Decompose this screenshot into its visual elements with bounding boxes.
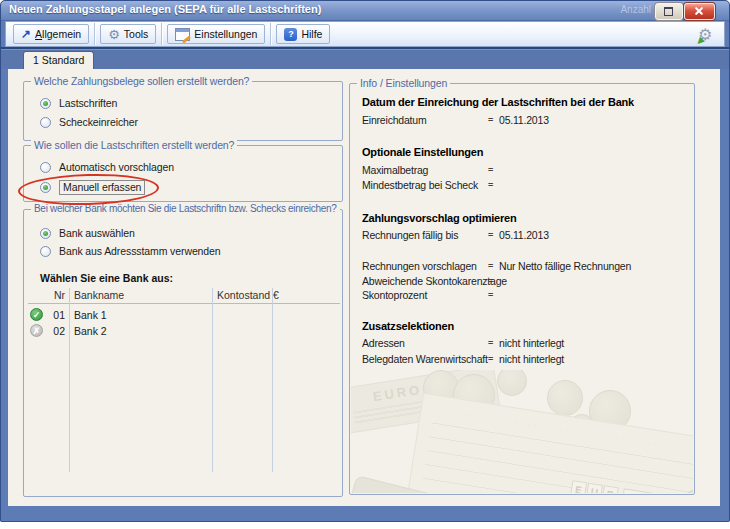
execute-gear-icon[interactable] bbox=[696, 25, 716, 45]
help-icon bbox=[284, 28, 297, 41]
bank-table-caption: Wählen Sie eine Bank aus: bbox=[40, 272, 173, 284]
info-panel-legend: Info / Einstellungen bbox=[357, 77, 450, 89]
setting-row-faellig-bis: Rechnungen fällig bis = 05.11.2013 bbox=[362, 229, 686, 243]
bank-table: Nr Bankname Kontostand € 01 Bank 1 02 Ba… bbox=[28, 288, 340, 472]
bank-name: Bank 2 bbox=[74, 325, 107, 337]
pen-watermark bbox=[570, 487, 693, 493]
equals-sign: = bbox=[488, 290, 493, 300]
setting-label: Abweichende Skontokarenztage bbox=[362, 275, 507, 287]
radio-label: Bank aus Adressstamm verwenden bbox=[59, 245, 221, 257]
amount-box bbox=[621, 488, 693, 493]
settings-window-icon bbox=[175, 28, 190, 41]
radio-manuell-erfassen[interactable]: Manuell erfassen bbox=[40, 180, 145, 194]
content-panel: Welche Zahlungsbelege sollen erstellt we… bbox=[8, 69, 720, 506]
banknote-watermark: EURO bbox=[351, 370, 501, 434]
section-heading-einreichung: Datum der Einreichung der Lastschriften … bbox=[362, 96, 634, 108]
setting-row-mindestbetrag: Mindestbetrag bei Scheck = bbox=[362, 179, 686, 193]
radio-automatisch-vorschlagen[interactable]: Automatisch vorschlagen bbox=[40, 160, 174, 174]
setting-row-maximalbetrag: Maximalbetrag = bbox=[362, 164, 686, 178]
coin-watermark bbox=[547, 380, 583, 416]
radio-bank-aus-adressstamm[interactable]: Bank aus Adressstamm verwenden bbox=[40, 244, 221, 258]
setting-label: Adressen bbox=[362, 337, 405, 349]
radio-unselected-icon bbox=[40, 246, 51, 257]
background-window-title: Anzahl bbox=[620, 4, 651, 15]
radio-selected-icon bbox=[40, 98, 51, 109]
toolbar-separator bbox=[270, 23, 271, 45]
radio-label: Lastschriften bbox=[59, 97, 117, 109]
toolbar: Allgemein Tools Einstellungen Hilfe bbox=[5, 21, 725, 47]
coin-watermark bbox=[569, 414, 595, 440]
setting-row-skontoprozent: Skontoprozent = bbox=[362, 289, 686, 303]
setting-value: Nur Netto fällige Rechnungen bbox=[499, 260, 631, 272]
coin-watermark bbox=[497, 370, 527, 396]
radio-selected-icon bbox=[40, 182, 51, 193]
close-button[interactable] bbox=[684, 3, 715, 20]
setting-row-adressen: Adressen = nicht hinterlegt bbox=[362, 337, 686, 351]
transfer-form-watermark: E U R bbox=[399, 393, 693, 493]
bank-row-2[interactable]: 02 Bank 2 bbox=[28, 323, 340, 339]
group-erstellung-legend: Wie sollen die Lastschriften erstellt we… bbox=[31, 139, 237, 151]
setting-label: Rechnungen vorschlagen bbox=[362, 260, 477, 272]
radio-lastschriften[interactable]: Lastschriften bbox=[40, 96, 117, 110]
section-heading-optionale: Optionale Einstellungen bbox=[362, 146, 483, 158]
currency-letter-box: E bbox=[570, 480, 587, 493]
setting-row-vorschlagen: Rechnungen vorschlagen = Nur Netto fälli… bbox=[362, 260, 686, 274]
banknote-text: EURO bbox=[372, 382, 423, 405]
group-zahlungsbelege-legend: Welche Zahlungsbelege sollen erstellt we… bbox=[31, 75, 252, 87]
einstellungen-button[interactable]: Einstellungen bbox=[167, 24, 265, 44]
setting-label: Einreichdatum bbox=[362, 114, 427, 126]
titlebar: Neuen Zahlungsstapel anlegen (SEPA für a… bbox=[1, 1, 729, 21]
group-zahlungsbelege: Welche Zahlungsbelege sollen erstellt we… bbox=[23, 81, 343, 141]
arrow-up-right-icon bbox=[21, 28, 31, 40]
hilfe-label: Hilfe bbox=[301, 28, 322, 40]
setting-label: Belegdaten Warenwirtschaft bbox=[362, 353, 488, 365]
setting-row-skontokarenztage: Abweichende Skontokarenztage = bbox=[362, 275, 686, 289]
money-watermark: EURO E U R 1068 bbox=[351, 370, 693, 493]
radio-selected-icon bbox=[40, 228, 51, 239]
setting-label: Maximalbetrag bbox=[362, 164, 428, 176]
tools-label: Tools bbox=[124, 28, 149, 40]
coin-watermark bbox=[423, 370, 459, 406]
allgemein-label: Allgemein bbox=[35, 28, 81, 40]
setting-value: 05.11.2013 bbox=[499, 114, 549, 126]
equals-sign: = bbox=[488, 230, 493, 240]
column-header-nr: Nr bbox=[28, 289, 65, 301]
setting-label: Skontoprozent bbox=[362, 289, 427, 301]
group-bank: Bei welcher Bank möchten Sie die Lastsch… bbox=[23, 209, 343, 497]
equals-sign: = bbox=[488, 261, 493, 271]
dialog-window: Neuen Zahlungsstapel anlegen (SEPA für a… bbox=[0, 0, 730, 522]
hilfe-button[interactable]: Hilfe bbox=[276, 24, 330, 44]
window-title: Neuen Zahlungsstapel anlegen (SEPA für a… bbox=[9, 3, 321, 15]
group-info-einstellungen: Info / Einstellungen Datum der Einreichu… bbox=[349, 83, 695, 495]
bank-row-1[interactable]: 01 Bank 1 bbox=[28, 307, 340, 323]
restore-icon bbox=[664, 7, 673, 16]
restore-button[interactable] bbox=[655, 3, 683, 20]
equals-sign: = bbox=[488, 165, 493, 175]
radio-label: Scheckeinreicher bbox=[59, 116, 138, 128]
bank-nr: 02 bbox=[28, 325, 65, 337]
bank-name: Bank 1 bbox=[74, 309, 107, 321]
radio-scheckeinreicher[interactable]: Scheckeinreicher bbox=[40, 115, 138, 129]
currency-letter-box: U bbox=[586, 483, 603, 493]
setting-value: nicht hinterlegt bbox=[499, 337, 564, 349]
header-underline bbox=[28, 303, 340, 304]
radio-bank-auswaehlen[interactable]: Bank auswählen bbox=[40, 226, 135, 240]
setting-row-einreichdatum: Einreichdatum = 05.11.2013 bbox=[362, 114, 686, 128]
radio-label: Bank auswählen bbox=[59, 227, 135, 239]
tools-button[interactable]: Tools bbox=[100, 24, 156, 44]
setting-label: Mindestbetrag bei Scheck bbox=[362, 179, 478, 191]
radio-unselected-icon bbox=[40, 117, 51, 128]
close-icon bbox=[695, 7, 703, 15]
group-erstellung: Wie sollen die Lastschriften erstellt we… bbox=[23, 145, 343, 202]
toolbar-separator bbox=[94, 23, 95, 45]
setting-value: 05.11.2013 bbox=[499, 229, 549, 241]
toolbar-separator bbox=[161, 23, 162, 45]
tab-standard[interactable]: 1 Standard bbox=[23, 51, 94, 70]
setting-row-belegdaten: Belegdaten Warenwirtschaft = nicht hinte… bbox=[362, 353, 686, 367]
radio-unselected-icon bbox=[40, 162, 51, 173]
equals-sign: = bbox=[488, 115, 493, 125]
banknote-lines bbox=[353, 393, 474, 426]
equals-sign: = bbox=[488, 180, 493, 190]
tab-strip: 1 Standard bbox=[1, 49, 729, 69]
allgemein-button[interactable]: Allgemein bbox=[13, 24, 89, 44]
